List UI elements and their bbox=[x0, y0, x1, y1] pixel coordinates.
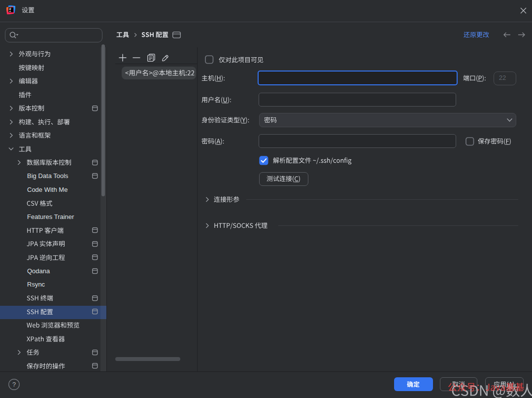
svg-text:?: ? bbox=[12, 381, 16, 388]
